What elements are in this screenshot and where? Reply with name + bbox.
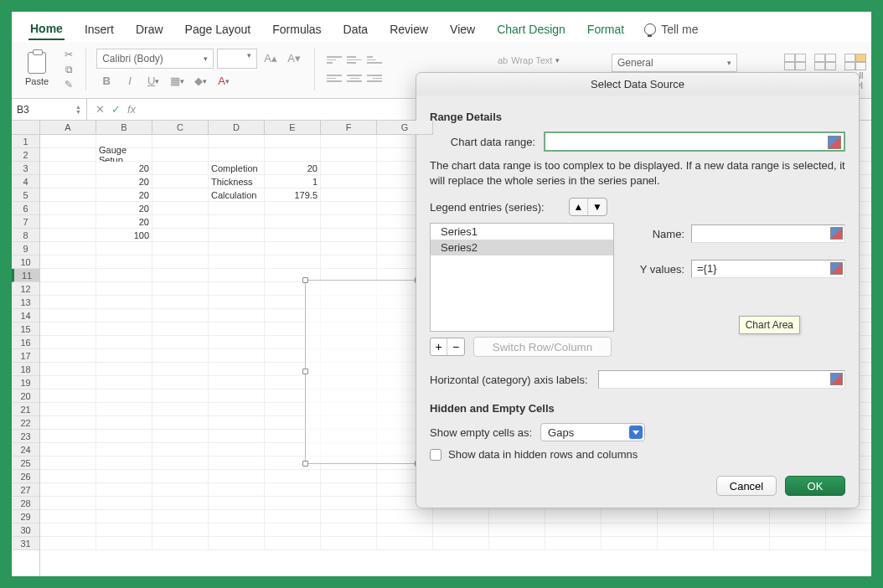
cell[interactable] (152, 403, 209, 416)
cell[interactable] (545, 510, 602, 524)
tab-draw[interactable]: Draw (134, 19, 165, 39)
column-header[interactable]: A (40, 121, 96, 135)
row-header[interactable]: 24 (12, 443, 39, 456)
cell[interactable] (152, 456, 209, 470)
cell[interactable] (152, 255, 209, 269)
cell[interactable] (377, 510, 433, 524)
cell[interactable] (96, 483, 152, 497)
cell[interactable] (433, 537, 489, 550)
font-name-select[interactable]: Calibri (Body) ▾ (96, 49, 214, 69)
cell-value[interactable]: 20 (265, 162, 321, 175)
fx-icon[interactable]: fx (127, 103, 136, 116)
cell[interactable] (40, 215, 96, 229)
cell[interactable] (209, 363, 265, 376)
tab-format[interactable]: Format (586, 19, 626, 39)
row-header[interactable]: 5 (12, 188, 39, 202)
cell[interactable] (826, 510, 871, 524)
cell[interactable] (209, 470, 265, 483)
tab-review[interactable]: Review (388, 19, 430, 39)
cell[interactable] (40, 363, 96, 376)
cell[interactable] (321, 470, 377, 483)
cell[interactable] (321, 537, 377, 550)
cell[interactable] (40, 282, 96, 296)
cell[interactable] (321, 510, 377, 524)
cell[interactable] (152, 282, 209, 296)
cell[interactable] (96, 296, 152, 309)
cell[interactable] (265, 537, 321, 550)
cell[interactable] (826, 524, 871, 537)
remove-series-button[interactable]: − (447, 338, 464, 355)
cell[interactable] (152, 389, 209, 403)
cell[interactable] (265, 255, 321, 269)
cell-value[interactable]: Calculation (209, 188, 265, 202)
cell[interactable] (96, 403, 152, 416)
cell[interactable] (209, 296, 265, 309)
range-picker-icon[interactable] (828, 136, 841, 149)
cell[interactable] (321, 255, 377, 269)
cell[interactable] (209, 537, 265, 550)
cell-value[interactable]: 20 (96, 188, 152, 202)
cell[interactable] (40, 309, 96, 322)
cell[interactable] (152, 148, 209, 162)
cell[interactable] (489, 537, 545, 550)
cell[interactable] (658, 537, 714, 550)
cell[interactable] (152, 443, 209, 456)
cell-value[interactable]: 1 (265, 175, 321, 188)
cell[interactable] (96, 456, 152, 470)
cell[interactable] (321, 483, 377, 497)
column-header[interactable]: E (265, 121, 321, 135)
cell-value[interactable]: Thickness (209, 175, 265, 188)
cell[interactable] (40, 242, 96, 255)
move-series-up-button[interactable]: ▲ (570, 199, 588, 215)
chart-data-range-value[interactable] (550, 136, 824, 148)
cell[interactable] (96, 430, 152, 443)
cell[interactable] (96, 497, 152, 510)
row-header[interactable]: 23 (12, 430, 39, 443)
row-header[interactable]: 8 (12, 229, 39, 242)
cell[interactable] (40, 336, 96, 349)
cell[interactable] (602, 537, 658, 550)
cell[interactable] (152, 269, 209, 282)
cell[interactable] (377, 524, 433, 537)
row-header[interactable]: 26 (12, 470, 39, 483)
resize-handle[interactable] (302, 277, 308, 283)
cell[interactable] (152, 537, 209, 550)
cell[interactable] (96, 269, 152, 282)
cell[interactable] (152, 510, 209, 524)
cell[interactable] (152, 483, 209, 497)
cell-value[interactable]: 20 (96, 162, 152, 175)
border-button[interactable]: ▦▾ (167, 72, 187, 90)
cell[interactable] (40, 537, 96, 550)
show-hidden-checkbox[interactable] (430, 449, 442, 461)
cell[interactable] (265, 215, 321, 229)
cell[interactable] (714, 537, 770, 550)
series-listbox[interactable]: Series1Series2 (430, 223, 614, 332)
cell[interactable] (602, 510, 658, 524)
cell[interactable] (40, 349, 96, 363)
cell[interactable] (209, 376, 265, 389)
range-picker-icon[interactable] (830, 227, 843, 240)
range-picker-icon[interactable] (830, 262, 843, 275)
series-list-item[interactable]: Series2 (431, 240, 613, 255)
cell[interactable] (96, 443, 152, 456)
tell-me[interactable]: Tell me (644, 23, 698, 36)
copy-icon[interactable]: ⧉ (62, 64, 75, 75)
cell[interactable] (321, 242, 377, 255)
cell[interactable] (40, 470, 96, 483)
cell[interactable] (40, 269, 96, 282)
cell[interactable] (209, 322, 265, 336)
cell-value[interactable]: 100 (96, 229, 152, 242)
cell[interactable] (265, 497, 321, 510)
cell[interactable] (152, 349, 209, 363)
row-header[interactable]: 20 (12, 389, 39, 403)
cell[interactable] (265, 483, 321, 497)
row-header[interactable]: 22 (12, 416, 39, 430)
show-empty-select[interactable]: Gaps (540, 423, 645, 441)
cell[interactable] (96, 537, 152, 550)
decrease-font-icon[interactable]: A▾ (284, 49, 304, 68)
cell[interactable] (152, 242, 209, 255)
cell[interactable] (40, 510, 96, 524)
paste-button[interactable]: Paste (22, 49, 52, 90)
cell[interactable] (152, 497, 209, 510)
cell[interactable] (40, 497, 96, 510)
